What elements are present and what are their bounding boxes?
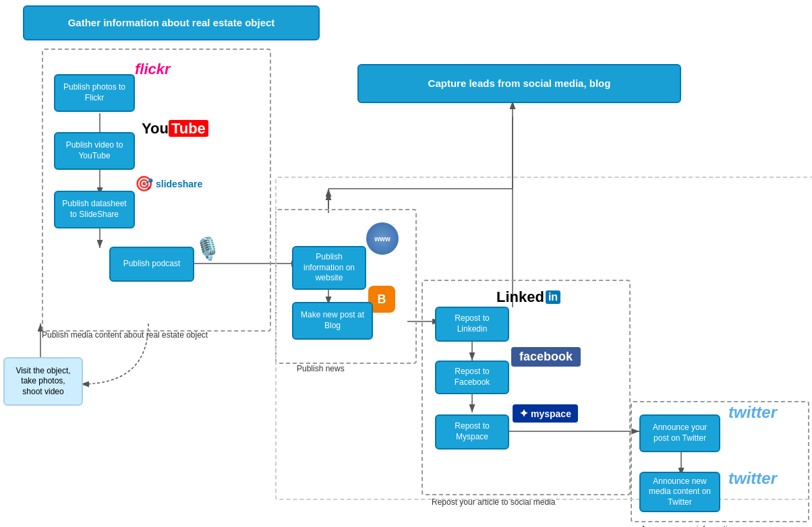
gather-header: Gather information about real estate obj… xyxy=(23,5,320,40)
capture-header: Capture leads from social media, blog xyxy=(357,64,681,103)
myspace-logo: ✦ myspace xyxy=(513,404,578,423)
announce-twitter-box: Announce your post on Twitter xyxy=(639,414,720,452)
publish-datasheet-box: Publish datasheet to SlideShare xyxy=(54,191,135,228)
publish-website-box: Publish information on website xyxy=(292,246,366,290)
youtube-logo: YouTube xyxy=(142,120,208,137)
publish-photos-box: Publish photos to Flickr xyxy=(54,74,135,112)
announce-media-box: Announce new media content on Twitter xyxy=(639,472,720,512)
twitter-logo-1: twitter xyxy=(728,403,777,422)
publish-podcast-box: Publish podcast xyxy=(109,247,194,282)
visit-object-box: Visit the object, take photos, shoot vid… xyxy=(3,357,83,406)
repost-linkedin-box: Repost to Linkedin xyxy=(435,307,509,342)
repost-facebook-box: Repost to Facebook xyxy=(435,361,509,394)
facebook-logo: facebook xyxy=(511,347,581,367)
announce-label: Announce new information xyxy=(641,524,736,527)
publish-video-box: Publish video to YouTube xyxy=(54,132,135,170)
twitter-logo-2: twitter xyxy=(728,469,777,488)
publish-media-label: Publish media content about real estate … xyxy=(42,330,208,340)
podcast-logo: 🎙️ xyxy=(194,236,221,261)
flickr-logo: flickr xyxy=(135,61,171,78)
make-blog-box: Make new post at Blog xyxy=(292,302,373,340)
www-logo: www xyxy=(366,222,399,255)
repost-myspace-box: Repost to Myspace xyxy=(435,414,509,450)
linkedin-logo: Linked in xyxy=(496,288,560,306)
diagram: Gather information about real estate obj… xyxy=(0,0,812,527)
slideshare-logo: 🎯 slideshare xyxy=(135,175,202,193)
